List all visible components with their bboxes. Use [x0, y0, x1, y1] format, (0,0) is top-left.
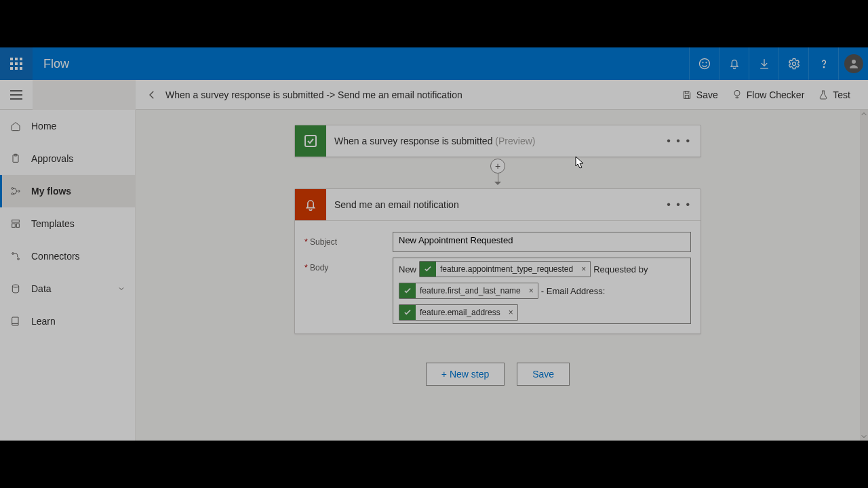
subject-label: Subject	[304, 232, 384, 247]
svg-point-24	[12, 193, 14, 195]
svg-rect-27	[12, 224, 16, 227]
svg-rect-32	[305, 136, 316, 146]
sidebar-item-label: Home	[31, 121, 56, 131]
subject-field[interactable]	[399, 235, 685, 245]
svg-rect-7	[15, 67, 18, 70]
flow-checker-button[interactable]: Flow Checker	[725, 84, 812, 106]
svg-point-11	[706, 62, 707, 63]
connector-icon	[9, 250, 22, 262]
token-label: feature.first_and_last_name	[416, 286, 525, 296]
token-label: feature.email_address	[416, 308, 505, 317]
sidebar-item-learn[interactable]: Learn	[0, 305, 135, 338]
svg-rect-19	[685, 95, 688, 98]
checkbox-icon	[399, 283, 416, 299]
trigger-card[interactable]: When a survey response is submitted (Pre…	[294, 125, 701, 157]
hamburger-icon[interactable]	[0, 80, 33, 110]
topbar: Flow	[0, 47, 868, 80]
sidebar-item-templates[interactable]: Templates	[0, 207, 135, 240]
svg-rect-5	[20, 62, 22, 65]
remove-icon[interactable]: ×	[505, 308, 517, 317]
sidebar-item-my-flows[interactable]: My flows	[0, 175, 135, 207]
sidebar-item-label: Connectors	[31, 251, 80, 262]
more-icon[interactable]: • • •	[664, 125, 694, 157]
remove-icon[interactable]: ×	[525, 286, 538, 296]
body-input[interactable]: New feature.appointment_type_requested ×…	[393, 258, 691, 324]
home-icon	[9, 120, 22, 132]
leftnav: Home Approvals My flows Templates Connec…	[0, 110, 136, 441]
svg-rect-18	[685, 91, 688, 93]
app-title: Flow	[33, 57, 80, 71]
avatar[interactable]	[838, 47, 868, 80]
sidebar-item-label: My flows	[31, 186, 71, 197]
template-icon	[9, 218, 22, 230]
scroll-down-icon[interactable]	[860, 432, 868, 441]
trigger-preview: (Preview)	[495, 136, 535, 146]
gear-icon[interactable]	[778, 47, 808, 80]
token-appointment-type[interactable]: feature.appointment_type_requested ×	[419, 261, 591, 277]
body-text: Requested by	[593, 263, 648, 276]
checkbox-icon	[420, 261, 436, 277]
cursor-icon	[575, 156, 586, 169]
svg-rect-8	[20, 67, 22, 70]
svg-rect-0	[10, 58, 13, 60]
svg-point-31	[12, 285, 18, 287]
flow-checker-label: Flow Checker	[747, 89, 805, 100]
svg-rect-3	[10, 62, 13, 65]
sidebar-item-label: Data	[31, 283, 52, 294]
add-step-icon[interactable]: +	[490, 159, 505, 174]
svg-point-25	[18, 190, 20, 192]
svg-rect-2	[20, 58, 22, 60]
svg-point-10	[703, 62, 703, 63]
sidebar-item-home[interactable]: Home	[0, 110, 135, 142]
clipboard-icon	[9, 152, 22, 165]
checkbox-icon	[399, 304, 416, 321]
token-label: feature.appointment_type_requested	[436, 264, 577, 274]
chevron-down-icon	[117, 285, 125, 293]
new-step-button[interactable]: + New step	[426, 363, 505, 386]
svg-rect-4	[15, 62, 18, 65]
more-icon[interactable]: • • •	[664, 189, 694, 220]
svg-rect-26	[12, 220, 20, 222]
action-title: Send me an email notification	[326, 199, 467, 210]
svg-point-23	[12, 188, 14, 190]
sidebar-item-label: Templates	[31, 218, 75, 229]
svg-point-12	[792, 62, 795, 66]
connector: +	[294, 157, 701, 188]
svg-point-30	[18, 258, 20, 260]
token-email[interactable]: feature.email_address ×	[399, 304, 518, 321]
svg-point-9	[699, 59, 709, 69]
data-icon	[9, 283, 22, 295]
svg-rect-28	[16, 224, 19, 227]
subject-input[interactable]	[393, 232, 691, 252]
svg-point-13	[823, 66, 824, 67]
save-label: Save	[696, 89, 718, 100]
action-card[interactable]: Send me an email notification • • • Subj…	[294, 188, 701, 334]
body-label: Body	[304, 258, 384, 272]
test-button[interactable]: Test	[811, 84, 857, 106]
app-launcher-icon[interactable]	[0, 47, 33, 80]
svg-point-20	[734, 90, 740, 96]
save-button[interactable]: Save	[675, 84, 725, 106]
sidebar-item-connectors[interactable]: Connectors	[0, 240, 135, 272]
smiley-icon[interactable]	[689, 47, 719, 80]
sidebar-item-approvals[interactable]: Approvals	[0, 142, 135, 175]
body-text: - Email Address:	[541, 285, 606, 298]
sidebar-item-label: Learn	[31, 316, 56, 327]
notification-icon[interactable]	[719, 47, 749, 80]
save-flow-button[interactable]: Save	[517, 363, 570, 386]
body-text: New	[399, 263, 416, 276]
remove-icon[interactable]: ×	[577, 264, 590, 274]
sidebar-item-data[interactable]: Data	[0, 272, 135, 305]
back-icon[interactable]	[141, 84, 163, 106]
svg-point-14	[852, 60, 856, 64]
svg-point-29	[12, 253, 14, 255]
download-icon[interactable]	[749, 47, 778, 80]
book-icon	[9, 315, 22, 327]
token-name[interactable]: feature.first_and_last_name ×	[399, 283, 538, 299]
flow-icon	[9, 185, 22, 197]
help-icon[interactable]	[808, 47, 838, 80]
scroll-up-icon[interactable]	[860, 110, 868, 118]
scrollbar[interactable]	[860, 110, 868, 441]
flow-canvas[interactable]: When a survey response is submitted (Pre…	[136, 110, 860, 441]
survey-icon	[295, 125, 326, 157]
